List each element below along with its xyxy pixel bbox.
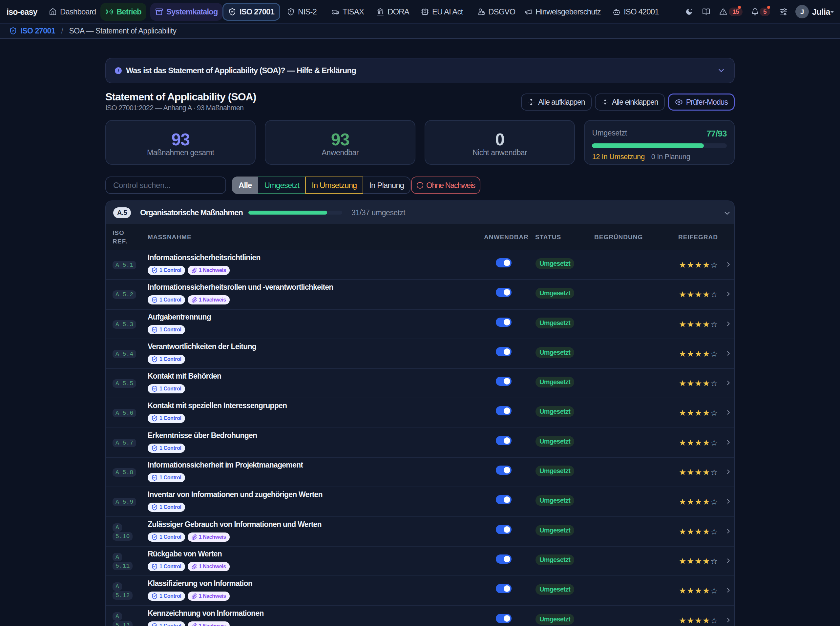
svg-text:i: i	[118, 68, 119, 73]
